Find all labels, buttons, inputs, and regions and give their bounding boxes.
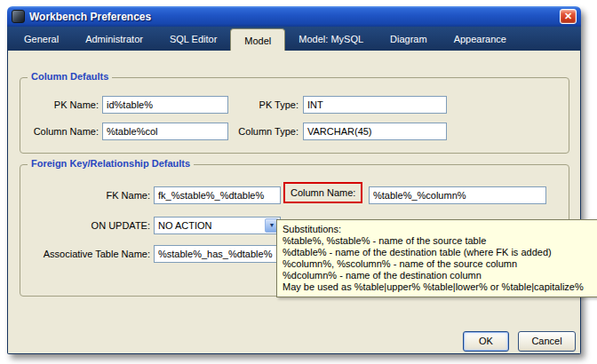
fk-column-name-highlight: Column Name: [283,182,362,203]
column-type-label: Column Type: [234,126,298,137]
column-type-input[interactable] [303,123,447,140]
on-update-label: ON UPDATE: [56,220,150,231]
associative-table-name-label: Associative Table Name: [20,249,150,259]
substitutions-tooltip: Substitutions: %table%, %stable% - name … [276,219,597,297]
tooltip-line: %dtable% - name of the destination table… [283,247,595,258]
column-defaults-legend: Column Defaults [28,71,112,82]
fk-column-name-label: Column Name: [291,187,355,198]
fk-column-name-input[interactable] [369,186,546,204]
tooltip-line: %dcolumn% - name of the destination colu… [283,270,595,281]
column-name-label: Column Name: [24,126,99,137]
pk-type-label: PK Type: [234,99,298,110]
tooltip-line: %column%, %scolumn% - name of the source… [283,258,595,270]
dialog-body: Column Defaults PK Name: PK Type: Column… [7,51,581,354]
tooltip-line: %table%, %stable% - name of the source t… [283,235,595,247]
associative-table-name-input[interactable] [154,245,281,263]
tab-model[interactable]: Model [230,28,285,51]
tab-model-mysql[interactable]: Model: MySQL [285,27,377,51]
fk-name-label: FK Name: [56,190,150,201]
tab-diagram[interactable]: Diagram [377,27,441,51]
tooltip-line: May be used as %table|upper% %table|lowe… [283,281,595,293]
column-name-input[interactable] [102,123,228,140]
title-bar[interactable]: Workbench Preferences ✕ [7,6,581,27]
ok-button[interactable]: OK [463,331,509,352]
pk-name-input[interactable] [102,96,228,114]
fk-defaults-legend: Foreign Key/Relationship Defaults [28,158,194,169]
pk-name-label: PK Name: [24,99,99,110]
tab-appearance[interactable]: Appearance [441,27,520,51]
tooltip-line: Substitutions: [283,224,595,235]
tab-strip: General Administrator SQL Editor Model M… [7,27,581,51]
on-update-selected-value: NO ACTION [155,220,265,231]
tab-sql-editor[interactable]: SQL Editor [156,27,230,51]
window-title: Workbench Preferences [29,11,151,23]
on-update-select[interactable]: NO ACTION ▼ [154,217,281,234]
cancel-button[interactable]: Cancel [518,331,576,352]
tab-general[interactable]: General [11,27,72,51]
app-icon [12,10,25,23]
preferences-dialog: Workbench Preferences ✕ General Administ… [7,6,581,354]
tab-administrator[interactable]: Administrator [72,27,156,51]
pk-type-input[interactable] [303,96,447,114]
column-defaults-group: Column Defaults PK Name: PK Type: Column… [20,77,569,154]
close-icon[interactable]: ✕ [560,9,577,24]
fk-name-input[interactable] [154,186,281,204]
